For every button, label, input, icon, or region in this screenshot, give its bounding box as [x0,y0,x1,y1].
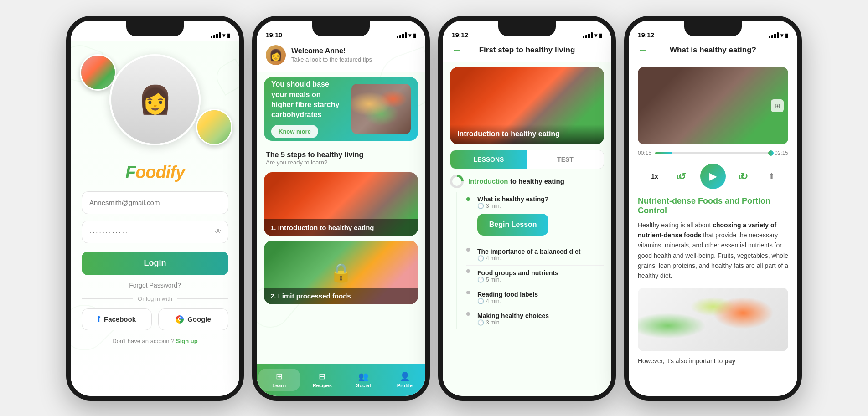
more-text: However, it's also important to pay [638,356,788,366]
rewind-button[interactable]: ↺ 10 [673,167,691,185]
battery-icon-4: ▮ [785,32,788,39]
rewind-label: 10 [676,175,681,180]
phone2-content: 👩 Welcome Anne! Take a look to the featu… [257,41,425,396]
nav-learn[interactable]: ⊞ Learn [258,369,300,391]
phone3-content: ← First step to healthy living Introduct… [443,41,611,396]
clock-icon-3: 🕐 [477,277,484,283]
notch-2 [312,21,370,36]
speed-button[interactable]: 1x [646,167,664,185]
forward-label: 10 [738,175,743,180]
welcome-subtitle: Take a look to the featured tips [291,56,372,63]
status-icons-4: ▾ ▮ [769,32,788,39]
sub-lesson-5-title: Making healthy choices [477,312,549,319]
article-food-image [638,288,788,351]
divider-line-left [82,298,133,299]
article-header: ← What is healthy eating? [629,41,797,62]
facebook-button[interactable]: f Facebook [82,308,152,330]
forward-button[interactable]: ↻ 10 [735,167,753,185]
phone4-content: ← What is healthy eating? ⊞ 00:15 [629,41,797,396]
article-body: Healthy eating is all about choosing a v… [638,220,788,281]
login-button[interactable]: Login [82,252,228,275]
article-content[interactable]: ⊞ 00:15 02:15 1x [629,62,797,396]
article-main-title: Nutrient-dense Foods and Portion Control [638,196,788,216]
card1-label: 1. Introduction to healthy eating [264,219,418,236]
play-button[interactable]: ▶ [700,164,726,189]
progress-ring [450,175,464,188]
profile-label: Profile [397,383,413,388]
social-icon: 👥 [358,371,368,381]
course-title: First step to healthy living [467,46,587,55]
welcome-text: Welcome Anne! Take a look to the feature… [291,47,372,63]
battery-icon: ▮ [227,32,230,39]
wifi-icon: ▾ [222,32,225,39]
sub-lesson-2-info: The importance of a balanced diet 🕐 4 mi… [477,248,580,262]
status-icons-1: ▾ ▮ [211,32,230,39]
avatar-image: 👩 [266,45,286,65]
google-icon: G [176,315,184,324]
recipes-label: Recipes [313,383,332,388]
hero-label: Introduction to healthy eating [450,124,604,144]
time-text-3: 5 min. [486,277,501,283]
clock-icon-2: 🕐 [477,255,484,262]
facebook-icon: f [98,314,100,324]
nav-profile[interactable]: 👤 Profile [384,371,426,388]
nav-recipes[interactable]: ⊟ Recipes [302,371,343,388]
food-circle-bottom [196,109,232,145]
video-thumbnail[interactable]: ⊞ [638,67,788,144]
google-button[interactable]: G Google [158,308,228,330]
forgot-password-link[interactable]: Forgot Password? [82,282,228,289]
profile-icon: 👤 [400,371,410,381]
facebook-label: Facebook [104,315,136,323]
featured-banner: You should base your meals on higher fib… [264,77,418,141]
time-text-4: 4 min. [486,298,501,304]
sub-lesson-5: Making healthy choices 🕐 3 min. [466,308,604,329]
sub-lesson-3-info: Food groups and nutrients 🕐 5 min. [477,269,558,283]
sub-lesson-2-time: 🕐 4 min. [477,255,580,262]
google-label: Google [187,315,211,323]
phone-1-login: ▾ ▮ 👩 [66,16,244,401]
home-scroll[interactable]: You should base your meals on higher fib… [257,72,425,396]
eye-icon[interactable]: 👁 [215,228,222,236]
notch [126,21,184,36]
phone1-content: 👩 Foodify 👁 [71,41,239,396]
know-more-button[interactable]: Know more [271,125,318,138]
sub-lesson-1: What is healthy eating? 🕐 3 min. Begin L… [466,192,604,244]
email-field[interactable] [82,191,228,214]
social-buttons: f Facebook G Google [82,308,228,330]
sub-lesson-4-info: Reading food labels 🕐 4 min. [477,291,538,304]
tab-test[interactable]: TEST [527,150,604,169]
section-title-block: The 5 steps to healthy living Are you re… [257,146,425,168]
banner-text-block: You should base your meals on higher fib… [271,79,351,138]
progress-handle[interactable] [768,150,774,156]
password-field[interactable] [82,221,228,243]
course-card-1[interactable]: 1. Introduction to healthy eating [264,172,418,236]
article-screen: ← What is healthy eating? ⊞ 00:15 [629,41,797,396]
progress-bar[interactable] [655,152,771,154]
wifi-icon-3: ▾ [594,32,597,39]
nav-social[interactable]: 👥 Social [343,371,384,388]
app-logo: Foodify [125,163,185,182]
media-controls: 1x ↺ 10 ▶ ↻ 10 ⬆ [638,164,788,189]
login-screen: 👩 Foodify 👁 [71,41,239,396]
signup-link[interactable]: Sign up [176,338,198,344]
body-text-1: Healthy eating is all about [638,221,711,229]
course-card-2[interactable]: 🔒 2. Limit processed foods [264,241,418,304]
phone-3-course: 19:12 ▾ ▮ ← First step to healthy living… [438,16,616,401]
lock-icon: 🔒 [330,262,352,283]
password-wrapper: 👁 [82,221,228,243]
lessons-list[interactable]: Introduction to healthy eating What is h… [443,175,611,396]
back-button-4[interactable]: ← [638,45,648,55]
begin-lesson-button[interactable]: Begin Lesson [477,214,548,236]
tab-lessons[interactable]: LESSONS [450,150,527,169]
play-icon: ▶ [709,170,717,182]
home-screen: 👩 Welcome Anne! Take a look to the featu… [257,41,425,396]
bottom-nav: ⊞ Learn ⊟ Recipes 👥 Social 👤 Profile [257,364,425,396]
video-overlay: ⊞ [638,67,788,144]
sub-lesson-2: The importance of a balanced diet 🕐 4 mi… [466,244,604,266]
logo-f: F [125,163,135,182]
back-button[interactable]: ← [452,45,462,55]
user-avatar: 👩 [266,45,286,65]
learn-icon: ⊞ [276,371,283,381]
divider: Or log in with [82,295,228,302]
share-button[interactable]: ⬆ [762,167,780,185]
